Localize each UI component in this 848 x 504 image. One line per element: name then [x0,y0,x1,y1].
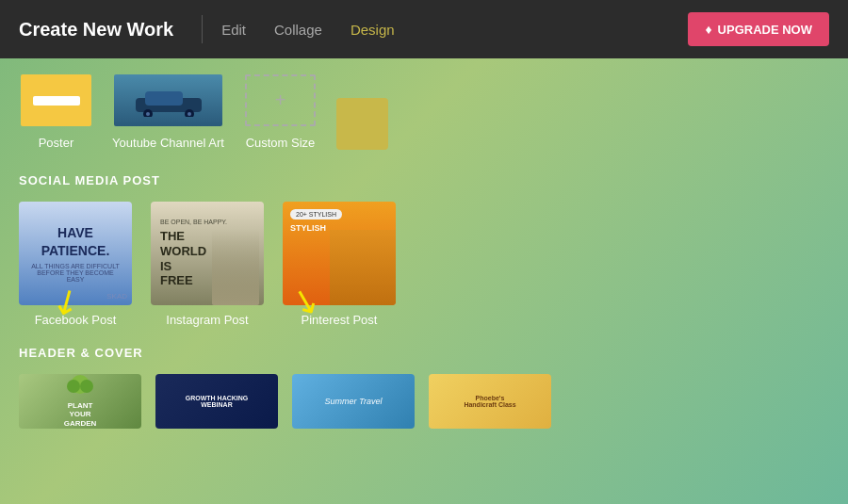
header-cover-section: HEADER & COVER PLANTYOURGARDEN GROWTH HA… [19,346,829,429]
fb-thumb-bg: HAVE PATIENCE. ALL THINGS ARE DIFFICULT … [19,202,132,305]
youtube-car-visual [114,74,222,126]
header-cover-header: HEADER & COVER [19,346,829,360]
poster-item[interactable]: Poster [19,73,93,150]
custom-size-item[interactable]: + Custom Size [243,73,318,150]
poster-thumbnail [19,73,93,128]
page-title: Create New Work [19,19,173,41]
youtube-label: Youtube Channel Art [112,136,224,150]
instagram-thumbnail: BE OPEN, BE HAPPY. THEWORLDISFREE [151,202,264,305]
youtube-item[interactable]: Youtube Channel Art [112,73,224,150]
pinterest-label: Pinterest Post [302,313,378,327]
fb-brand: SKAD [106,292,127,301]
svg-point-5 [188,112,191,116]
content-area: Poster Y [0,58,848,504]
poster-thumb-bg [21,74,91,126]
youtube-thumbnail [112,73,224,128]
ig-main-text: THEWORLDISFREE [160,229,206,287]
svg-point-7 [67,380,80,393]
car-icon [131,84,206,117]
fb-content: HAVE PATIENCE. ALL THINGS ARE DIFFICULT … [28,224,122,282]
summer-card[interactable]: Summer Travel [292,374,415,429]
svg-rect-1 [145,91,183,106]
social-media-header: SOCIAL MEDIA POST [19,173,829,187]
pinterest-thumbnail: 20+ STYLISH STYLISH [283,202,396,305]
poster-label: Poster [39,136,74,150]
cover-cards-row: PLANTYOURGARDEN GROWTH HACKINGWEBINAR Su… [19,374,829,429]
custom-thumbnail: + [243,73,318,128]
social-media-section: SOCIAL MEDIA POST HAVE PATIENCE. ALL THI… [19,173,829,327]
plant-icon [66,375,94,398]
social-media-cards: HAVE PATIENCE. ALL THINGS ARE DIFFICULT … [19,202,829,327]
nav-collage[interactable]: Collage [274,22,322,38]
active-tab-thumb [336,98,388,150]
poster-inner [33,96,80,106]
craft-card[interactable]: Phoebe'sHandicraft Class [429,374,551,429]
summer-text: Summer Travel [325,397,383,406]
plant-text: PLANTYOURGARDEN [64,401,97,429]
diamond-icon: ♦ [705,22,711,37]
upgrade-label: UPGRADE NOW [718,23,812,37]
plus-icon: + [275,89,286,111]
youtube-thumb-bg [114,74,222,126]
nav-design[interactable]: Design [351,22,395,38]
growth-card[interactable]: GROWTH HACKINGWEBINAR [155,374,278,429]
custom-label: Custom Size [246,136,316,150]
ig-person-visual [212,230,259,305]
fb-main-text: HAVE PATIENCE. [28,224,122,258]
template-type-row: Poster Y [19,58,829,164]
facebook-thumbnail: HAVE PATIENCE. ALL THINGS ARE DIFFICULT … [19,202,132,305]
divider [202,15,203,43]
pin-thumb-bg: 20+ STYLISH STYLISH [283,202,396,305]
ig-thumb-bg: BE OPEN, BE HAPPY. THEWORLDISFREE [151,202,264,305]
instagram-post-item[interactable]: BE OPEN, BE HAPPY. THEWORLDISFREE Instag… [151,202,264,327]
nav-links: Edit Collage Design [221,22,688,38]
active-tab-item[interactable] [336,98,388,150]
plant-card[interactable]: PLANTYOURGARDEN [19,374,141,429]
svg-point-4 [146,112,150,116]
svg-point-8 [80,380,93,393]
ig-top-text: BE OPEN, BE HAPPY. [160,219,227,225]
custom-thumb-bg: + [245,74,316,126]
growth-text: GROWTH HACKINGWEBINAR [186,395,249,408]
facebook-label: Facebook Post [35,313,117,327]
craft-text: Phoebe'sHandicraft Class [464,395,515,408]
facebook-post-item[interactable]: HAVE PATIENCE. ALL THINGS ARE DIFFICULT … [19,202,132,327]
pinterest-post-item[interactable]: 20+ STYLISH STYLISH Pinterest Post [283,202,396,327]
fb-sub-text: ALL THINGS ARE DIFFICULT BEFORE THEY BEC… [28,263,122,283]
instagram-label: Instagram Post [166,313,248,327]
upgrade-button[interactable]: ♦ UPGRADE NOW [688,12,829,46]
topbar: Create New Work Edit Collage Design ♦ UP… [0,0,848,58]
nav-edit[interactable]: Edit [221,22,246,38]
pin-badge: 20+ STYLISH [290,209,342,219]
pin-person-visual [330,230,396,305]
pin-title: STYLISH [290,223,326,233]
